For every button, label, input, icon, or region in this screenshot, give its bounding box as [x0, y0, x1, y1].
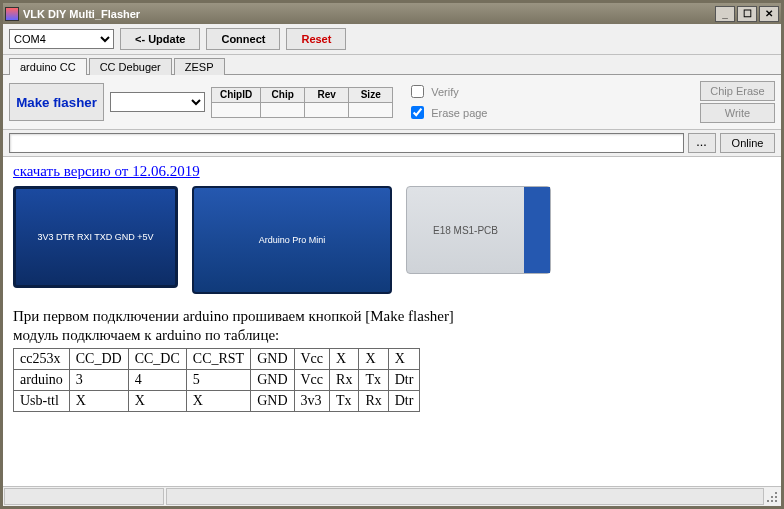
maximize-button[interactable]: ☐: [737, 6, 757, 22]
make-flasher-button[interactable]: Make flasher: [9, 83, 104, 121]
tab-arduino-cc[interactable]: arduino CC: [9, 58, 87, 75]
header-rev: Rev: [305, 87, 349, 102]
com-port-select[interactable]: COM4: [9, 29, 114, 49]
status-bar: [3, 486, 781, 506]
svg-rect-5: [775, 500, 777, 502]
chip-info-table: ChipID Chip Rev Size: [211, 87, 393, 118]
verify-checkbox[interactable]: [411, 85, 424, 98]
svg-rect-0: [775, 492, 777, 494]
svg-rect-4: [771, 500, 773, 502]
pinmap-table: cc253xCC_DDCC_DCCC_RSTGNDVccXXXarduino34…: [13, 348, 420, 412]
erase-checkbox[interactable]: [411, 106, 424, 119]
tab-cc-debuger[interactable]: CC Debuger: [89, 58, 172, 75]
svg-rect-2: [775, 496, 777, 498]
tab-zesp[interactable]: ZESP: [174, 58, 225, 75]
document-area[interactable]: скачать версию от 12.06.2019 3V3 DTR RXI…: [3, 157, 781, 445]
chip-erase-button[interactable]: Chip Erase: [700, 81, 775, 101]
close-button[interactable]: ✕: [759, 6, 779, 22]
download-version-link[interactable]: скачать версию от 12.06.2019: [13, 163, 200, 179]
connect-button[interactable]: Connect: [206, 28, 280, 50]
svg-rect-1: [771, 496, 773, 498]
resize-grip-icon[interactable]: [765, 487, 781, 506]
header-size: Size: [349, 87, 393, 102]
firmware-select[interactable]: [110, 92, 205, 112]
usb-ttl-board-image: 3V3 DTR RXI TXD GND +5V: [13, 186, 178, 288]
table-row: cc253xCC_DDCC_DCCC_RSTGNDVccXXX: [14, 349, 420, 370]
instruction-line-2: модуль подключаем к arduino по таблице:: [13, 327, 771, 344]
browse-button[interactable]: ...: [688, 133, 716, 153]
table-row: Usb-ttlXXXGND3v3TxRxDtr: [14, 391, 420, 412]
svg-rect-3: [767, 500, 769, 502]
header-chipid: ChipID: [212, 87, 261, 102]
erase-checkbox-label[interactable]: Erase page: [407, 103, 487, 122]
update-button[interactable]: <- Update: [120, 28, 200, 50]
file-path-input[interactable]: [9, 133, 684, 153]
window-title: VLK DIY Multi_Flasher: [23, 8, 713, 20]
verify-checkbox-label[interactable]: Verify: [407, 82, 487, 101]
app-icon: [5, 7, 19, 21]
online-button[interactable]: Online: [720, 133, 775, 153]
instruction-line-1: При первом подключении arduino прошиваем…: [13, 308, 771, 325]
reset-button[interactable]: Reset: [286, 28, 346, 50]
arduino-board-image: Arduino Pro Mini: [192, 186, 392, 294]
table-row: arduino345GNDVccRxTxDtr: [14, 370, 420, 391]
e18-module-image: E18 MS1-PCB: [406, 186, 551, 274]
header-chip: Chip: [261, 87, 305, 102]
minimize-button[interactable]: _: [715, 6, 735, 22]
write-button[interactable]: Write: [700, 103, 775, 123]
